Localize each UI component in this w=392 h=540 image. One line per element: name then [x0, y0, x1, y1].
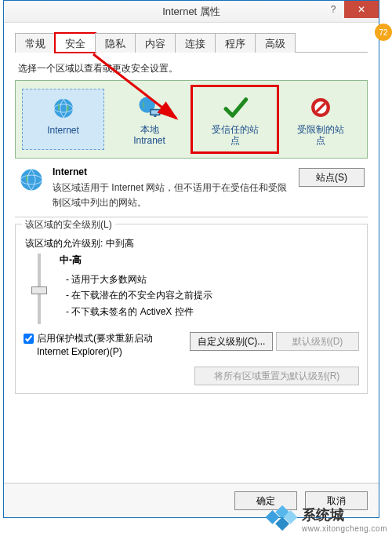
- protected-mode-checkbox[interactable]: [24, 334, 34, 344]
- zone-name: Internet: [53, 166, 291, 177]
- zone-body: 该区域适用于 Internet 网站，但不适用于在受信任和受限制区域中列出的网站…: [53, 181, 291, 210]
- tab-programs[interactable]: 程序: [215, 33, 256, 53]
- zone-description: Internet 该区域适用于 Internet 网站，但不适用于在受信任和受限…: [18, 166, 365, 210]
- watermark: 系统城 www.xitongcheng.com: [264, 502, 387, 535]
- help-button[interactable]: ?: [322, 1, 344, 18]
- zone-trusted[interactable]: 受信任的站 点: [194, 89, 275, 150]
- svg-rect-5: [151, 110, 158, 114]
- custom-level-button[interactable]: 自定义级别(C)...: [190, 332, 273, 351]
- tab-security[interactable]: 安全: [55, 33, 96, 53]
- tab-advanced[interactable]: 高级: [255, 33, 296, 53]
- instruction-text: 选择一个区域以查看或更改安全设置。: [18, 62, 368, 75]
- check-icon: [196, 92, 274, 123]
- protected-mode-row: 启用保护模式(要求重新启动 Internet Explorer)(P) 自定义级…: [24, 332, 359, 359]
- watermark-en: www.xitongcheng.com: [302, 524, 387, 533]
- tab-privacy[interactable]: 隐私: [95, 33, 136, 53]
- divider: [15, 217, 368, 217]
- close-button[interactable]: ✕: [344, 1, 379, 18]
- bullet: - 不下载未签名的 ActiveX 控件: [66, 304, 359, 319]
- tab-connections[interactable]: 连接: [175, 33, 216, 53]
- reset-all-button[interactable]: 将所有区域重置为默认级别(R): [194, 367, 359, 385]
- svg-rect-6: [154, 115, 156, 117]
- badge-icon: 72: [375, 24, 392, 41]
- zone-label: 本地 Intranet: [111, 125, 188, 147]
- watermark-text: 系统城 www.xitongcheng.com: [302, 505, 387, 533]
- slider-row: 中-高 - 适用于大多数网站 - 在下载潜在的不安全内容之前提示 - 不下载未签…: [24, 254, 359, 324]
- zone-selector: Internet 本地 Intranet 受信任的站 点 受限制的站 点: [15, 80, 368, 159]
- zone-internet[interactable]: Internet: [22, 89, 104, 150]
- client-area: 常规 安全 隐私 内容 连接 程序 高级 选择一个区域以查看或更改安全设置。 I…: [4, 23, 379, 402]
- bullet: - 适用于大多数网站: [66, 272, 359, 287]
- level-details: 中-高 - 适用于大多数网站 - 在下载潜在的不安全内容之前提示 - 不下载未签…: [60, 254, 359, 324]
- default-level-button[interactable]: 默认级别(D): [276, 332, 359, 351]
- dialog-window: Internet 属性 ? ✕ 常规 安全 隐私 内容 连接 程序 高级 选择一…: [3, 0, 379, 518]
- logo-icon: [264, 502, 297, 535]
- titlebar: Internet 属性 ? ✕: [4, 1, 379, 23]
- zone-label: 受限制的站 点: [281, 125, 359, 147]
- zone-restricted[interactable]: 受限制的站 点: [280, 89, 361, 150]
- level-name: 中-高: [60, 254, 359, 267]
- tab-content[interactable]: 内容: [135, 33, 176, 53]
- globe-icon: [18, 166, 45, 195]
- zone-label: 受信任的站 点: [196, 125, 274, 147]
- tab-general[interactable]: 常规: [15, 33, 56, 53]
- allow-level-label: 该区域的允许级别: 中到高: [25, 237, 359, 250]
- security-level-group: 该区域的安全级别(L) 该区域的允许级别: 中到高 中-高 - 适用于大多数网站…: [15, 224, 368, 394]
- security-slider[interactable]: [28, 254, 50, 324]
- description-text: Internet 该区域适用于 Internet 网站，但不适用于在受信任和受限…: [53, 166, 291, 210]
- svg-point-1: [54, 99, 73, 118]
- slider-thumb[interactable]: [31, 286, 47, 294]
- globe-monitor-icon: [111, 92, 188, 123]
- globe-icon: [24, 93, 102, 124]
- svg-point-10: [20, 169, 42, 190]
- sites-button[interactable]: 站点(S): [299, 168, 365, 187]
- group-legend: 该区域的安全级别(L): [22, 218, 115, 232]
- protected-mode-label: 启用保护模式(要求重新启动 Internet Explorer)(P): [37, 332, 187, 359]
- system-buttons: ? ✕: [322, 1, 379, 18]
- zone-label: Internet: [24, 126, 102, 137]
- reset-row: 将所有区域重置为默认级别(R): [24, 367, 359, 385]
- tab-strip: 常规 安全 隐私 内容 连接 程序 高级: [15, 32, 368, 53]
- watermark-zh: 系统城: [302, 505, 387, 524]
- forbidden-icon: [281, 92, 359, 123]
- zone-intranet[interactable]: 本地 Intranet: [109, 89, 190, 150]
- window-title: Internet 属性: [162, 5, 220, 19]
- bullet: - 在下载潜在的不安全内容之前提示: [66, 287, 359, 303]
